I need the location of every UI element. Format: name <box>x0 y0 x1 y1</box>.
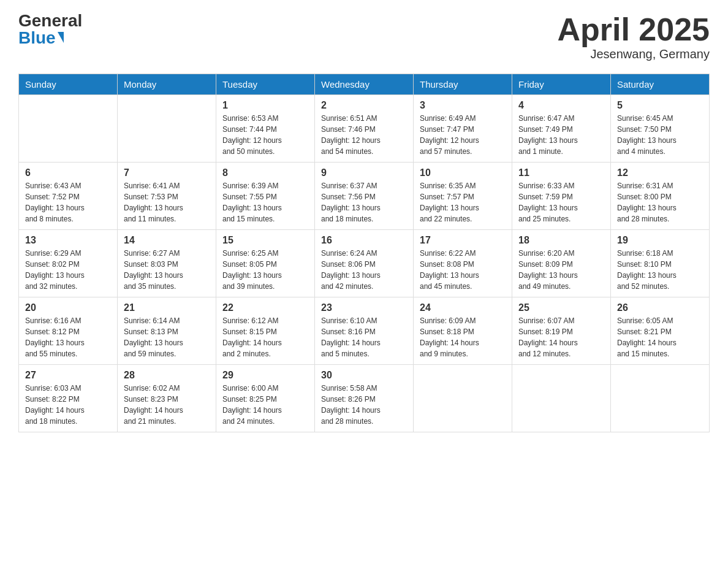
day-info: Sunrise: 6:41 AMSunset: 7:53 PMDaylight:… <box>124 180 210 224</box>
location-title: Jesenwang, Germany <box>557 47 710 61</box>
day-info: Sunrise: 6:25 AMSunset: 8:05 PMDaylight:… <box>222 248 308 292</box>
day-info: Sunrise: 6:35 AMSunset: 7:57 PMDaylight:… <box>420 180 506 224</box>
day-number: 15 <box>222 235 308 246</box>
day-number: 8 <box>222 167 308 178</box>
calendar-week-row-4: 20Sunrise: 6:16 AMSunset: 8:12 PMDayligh… <box>19 297 710 365</box>
calendar-cell: 29Sunrise: 6:00 AMSunset: 8:25 PMDayligh… <box>216 365 315 432</box>
day-info: Sunrise: 6:24 AMSunset: 8:06 PMDaylight:… <box>321 248 407 292</box>
calendar-cell: 16Sunrise: 6:24 AMSunset: 8:06 PMDayligh… <box>315 230 414 297</box>
title-area: April 2025 Jesenwang, Germany <box>557 12 710 61</box>
calendar-cell: 3Sunrise: 6:49 AMSunset: 7:47 PMDaylight… <box>414 95 512 163</box>
day-info: Sunrise: 6:05 AMSunset: 8:21 PMDaylight:… <box>617 315 703 359</box>
day-info: Sunrise: 6:27 AMSunset: 8:03 PMDaylight:… <box>124 248 210 292</box>
calendar-week-row-2: 6Sunrise: 6:43 AMSunset: 7:52 PMDaylight… <box>19 163 710 230</box>
header-tuesday: Tuesday <box>216 74 315 95</box>
day-number: 19 <box>617 235 703 246</box>
day-number: 18 <box>518 235 604 246</box>
day-info: Sunrise: 6:31 AMSunset: 8:00 PMDaylight:… <box>617 180 703 224</box>
day-info: Sunrise: 6:29 AMSunset: 8:02 PMDaylight:… <box>25 248 111 292</box>
calendar-week-row-1: 1Sunrise: 6:53 AMSunset: 7:44 PMDaylight… <box>19 95 710 163</box>
day-number: 2 <box>321 100 407 111</box>
logo-general-text: General <box>18 12 82 29</box>
header-wednesday: Wednesday <box>315 74 414 95</box>
calendar-cell <box>19 95 118 163</box>
day-number: 28 <box>124 370 210 381</box>
day-number: 27 <box>25 370 111 381</box>
logo-triangle-icon <box>58 32 64 43</box>
day-number: 10 <box>420 167 506 178</box>
header-monday: Monday <box>118 74 216 95</box>
calendar-cell <box>118 95 216 163</box>
calendar-cell: 19Sunrise: 6:18 AMSunset: 8:10 PMDayligh… <box>611 230 710 297</box>
logo-blue-text: Blue <box>18 29 64 47</box>
calendar-cell: 12Sunrise: 6:31 AMSunset: 8:00 PMDayligh… <box>611 163 710 230</box>
calendar-cell <box>414 365 512 432</box>
calendar-cell: 22Sunrise: 6:12 AMSunset: 8:15 PMDayligh… <box>216 297 315 365</box>
day-info: Sunrise: 6:39 AMSunset: 7:55 PMDaylight:… <box>222 180 308 224</box>
day-info: Sunrise: 6:45 AMSunset: 7:50 PMDaylight:… <box>617 113 703 157</box>
day-number: 12 <box>617 167 703 178</box>
calendar-cell: 7Sunrise: 6:41 AMSunset: 7:53 PMDaylight… <box>118 163 216 230</box>
day-number: 17 <box>420 235 506 246</box>
day-info: Sunrise: 6:12 AMSunset: 8:15 PMDaylight:… <box>222 315 308 359</box>
header-saturday: Saturday <box>611 74 710 95</box>
calendar-cell: 5Sunrise: 6:45 AMSunset: 7:50 PMDaylight… <box>611 95 710 163</box>
calendar-cell: 20Sunrise: 6:16 AMSunset: 8:12 PMDayligh… <box>19 297 118 365</box>
day-number: 4 <box>518 100 604 111</box>
calendar-cell: 21Sunrise: 6:14 AMSunset: 8:13 PMDayligh… <box>118 297 216 365</box>
calendar-week-row-5: 27Sunrise: 6:03 AMSunset: 8:22 PMDayligh… <box>19 365 710 432</box>
day-number: 22 <box>222 302 308 313</box>
calendar-cell: 11Sunrise: 6:33 AMSunset: 7:59 PMDayligh… <box>512 163 611 230</box>
day-info: Sunrise: 6:33 AMSunset: 7:59 PMDaylight:… <box>518 180 604 224</box>
calendar-cell: 25Sunrise: 6:07 AMSunset: 8:19 PMDayligh… <box>512 297 611 365</box>
calendar-cell: 8Sunrise: 6:39 AMSunset: 7:55 PMDaylight… <box>216 163 315 230</box>
day-info: Sunrise: 6:18 AMSunset: 8:10 PMDaylight:… <box>617 248 703 292</box>
day-info: Sunrise: 6:43 AMSunset: 7:52 PMDaylight:… <box>25 180 111 224</box>
calendar-cell: 18Sunrise: 6:20 AMSunset: 8:09 PMDayligh… <box>512 230 611 297</box>
day-number: 21 <box>124 302 210 313</box>
page-header: General Blue April 2025 Jesenwang, Germa… <box>18 12 710 61</box>
calendar-table: Sunday Monday Tuesday Wednesday Thursday… <box>18 74 710 432</box>
calendar-cell: 6Sunrise: 6:43 AMSunset: 7:52 PMDaylight… <box>19 163 118 230</box>
day-number: 29 <box>222 370 308 381</box>
day-number: 9 <box>321 167 407 178</box>
calendar-cell: 17Sunrise: 6:22 AMSunset: 8:08 PMDayligh… <box>414 230 512 297</box>
calendar-cell <box>611 365 710 432</box>
logo: General Blue <box>18 12 82 47</box>
day-info: Sunrise: 6:02 AMSunset: 8:23 PMDaylight:… <box>124 383 210 427</box>
calendar-cell: 13Sunrise: 6:29 AMSunset: 8:02 PMDayligh… <box>19 230 118 297</box>
day-info: Sunrise: 6:51 AMSunset: 7:46 PMDaylight:… <box>321 113 407 157</box>
day-info: Sunrise: 6:00 AMSunset: 8:25 PMDaylight:… <box>222 383 308 427</box>
day-info: Sunrise: 6:22 AMSunset: 8:08 PMDaylight:… <box>420 248 506 292</box>
day-number: 14 <box>124 235 210 246</box>
day-info: Sunrise: 6:10 AMSunset: 8:16 PMDaylight:… <box>321 315 407 359</box>
day-number: 11 <box>518 167 604 178</box>
day-number: 25 <box>518 302 604 313</box>
calendar-cell: 2Sunrise: 6:51 AMSunset: 7:46 PMDaylight… <box>315 95 414 163</box>
day-number: 13 <box>25 235 111 246</box>
header-sunday: Sunday <box>19 74 118 95</box>
header-friday: Friday <box>512 74 611 95</box>
calendar-cell: 4Sunrise: 6:47 AMSunset: 7:49 PMDaylight… <box>512 95 611 163</box>
day-number: 23 <box>321 302 407 313</box>
day-info: Sunrise: 6:53 AMSunset: 7:44 PMDaylight:… <box>222 113 308 157</box>
calendar-cell: 24Sunrise: 6:09 AMSunset: 8:18 PMDayligh… <box>414 297 512 365</box>
day-info: Sunrise: 5:58 AMSunset: 8:26 PMDaylight:… <box>321 383 407 427</box>
day-number: 16 <box>321 235 407 246</box>
day-number: 1 <box>222 100 308 111</box>
calendar-cell: 28Sunrise: 6:02 AMSunset: 8:23 PMDayligh… <box>118 365 216 432</box>
day-number: 20 <box>25 302 111 313</box>
day-info: Sunrise: 6:16 AMSunset: 8:12 PMDaylight:… <box>25 315 111 359</box>
calendar-cell: 27Sunrise: 6:03 AMSunset: 8:22 PMDayligh… <box>19 365 118 432</box>
weekday-header-row: Sunday Monday Tuesday Wednesday Thursday… <box>19 74 710 95</box>
calendar-cell: 15Sunrise: 6:25 AMSunset: 8:05 PMDayligh… <box>216 230 315 297</box>
day-info: Sunrise: 6:47 AMSunset: 7:49 PMDaylight:… <box>518 113 604 157</box>
calendar-cell: 30Sunrise: 5:58 AMSunset: 8:26 PMDayligh… <box>315 365 414 432</box>
day-number: 5 <box>617 100 703 111</box>
calendar-cell: 9Sunrise: 6:37 AMSunset: 7:56 PMDaylight… <box>315 163 414 230</box>
day-info: Sunrise: 6:20 AMSunset: 8:09 PMDaylight:… <box>518 248 604 292</box>
day-number: 30 <box>321 370 407 381</box>
day-info: Sunrise: 6:09 AMSunset: 8:18 PMDaylight:… <box>420 315 506 359</box>
day-number: 26 <box>617 302 703 313</box>
calendar-week-row-3: 13Sunrise: 6:29 AMSunset: 8:02 PMDayligh… <box>19 230 710 297</box>
